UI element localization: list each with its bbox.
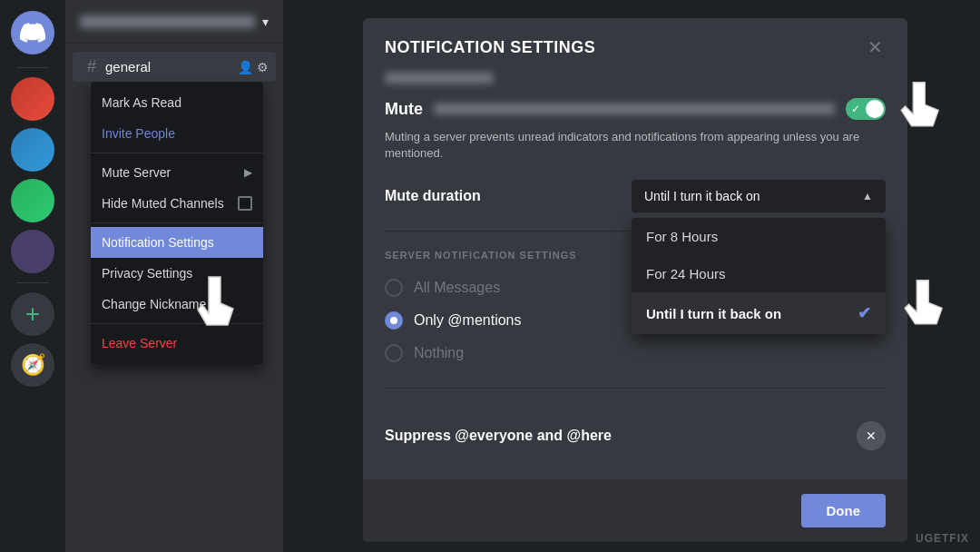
radio-mentions-label: Only @mentions bbox=[414, 312, 522, 329]
channel-item-general[interactable]: # general 👤 ⚙ bbox=[73, 52, 276, 82]
modal-body: Mute ✓ Muting a server prevents unread i… bbox=[363, 58, 907, 479]
suppress-toggle[interactable]: ✕ bbox=[857, 421, 886, 450]
ctx-invite-people[interactable]: Invite People bbox=[91, 118, 263, 149]
modal-close-button[interactable]: ✕ bbox=[864, 36, 886, 58]
modal-title: NOTIFICATION SETTINGS bbox=[385, 38, 595, 57]
svg-marker-1 bbox=[905, 281, 942, 324]
done-button[interactable]: Done bbox=[801, 494, 887, 527]
hand-cursor-1 bbox=[889, 74, 953, 138]
mute-description: Muting a server prevents unread indicato… bbox=[385, 129, 886, 162]
duration-label: Mute duration bbox=[385, 188, 481, 204]
server-name-modal-blur bbox=[385, 73, 494, 84]
ctx-mark-read[interactable]: Mark As Read bbox=[91, 87, 263, 118]
server-icon-1[interactable] bbox=[11, 77, 54, 121]
mute-toggle[interactable]: ✓ bbox=[846, 98, 886, 120]
dropdown-item-ever[interactable]: Until I turn it back on ✔ bbox=[632, 292, 886, 334]
mute-duration-row: Mute duration Until I turn it back on ▲ … bbox=[385, 180, 886, 212]
hide-muted-checkbox[interactable] bbox=[238, 196, 252, 211]
server-dropdown-icon: ▾ bbox=[262, 15, 269, 29]
discord-icon bbox=[20, 20, 45, 45]
watermark: UGETFIX bbox=[916, 532, 969, 545]
server-icon-3[interactable] bbox=[11, 179, 54, 222]
radio-nothing[interactable]: Nothing bbox=[385, 337, 886, 370]
add-server-button[interactable]: + bbox=[11, 292, 54, 336]
mute-row: Mute ✓ bbox=[385, 98, 886, 120]
ctx-arrow-icon: ▶ bbox=[244, 166, 252, 179]
hand-cursor-2 bbox=[893, 272, 956, 336]
dropdown-item-8h[interactable]: For 8 Hours bbox=[632, 218, 886, 255]
settings-icon[interactable]: ⚙ bbox=[257, 60, 269, 74]
dropdown-item-24h[interactable]: For 24 Hours bbox=[632, 255, 886, 292]
ctx-mute-server[interactable]: Mute Server ▶ bbox=[91, 157, 263, 188]
ctx-divider-2 bbox=[91, 222, 263, 223]
notification-modal: NOTIFICATION SETTINGS ✕ Mute ✓ Muting a … bbox=[363, 18, 907, 542]
channel-name: general bbox=[105, 59, 151, 74]
channel-actions: 👤 ⚙ bbox=[238, 60, 269, 74]
suppress-label: Suppress @everyone and @here bbox=[385, 428, 612, 444]
ctx-divider-1 bbox=[91, 153, 263, 153]
toggle-check-icon: ✓ bbox=[851, 103, 860, 115]
ctx-notification-settings[interactable]: Notification Settings bbox=[91, 227, 263, 258]
selected-check-icon: ✔ bbox=[858, 303, 871, 323]
add-member-icon[interactable]: 👤 bbox=[238, 60, 253, 74]
duration-dropdown-arrow: ▲ bbox=[862, 190, 873, 202]
modal-header: NOTIFICATION SETTINGS ✕ bbox=[363, 18, 907, 58]
toggle-knob bbox=[866, 100, 884, 118]
radio-nothing-circle[interactable] bbox=[385, 344, 403, 362]
explore-servers-button[interactable]: 🧭 bbox=[11, 343, 54, 387]
mute-label: Mute bbox=[385, 100, 423, 119]
svg-marker-2 bbox=[198, 277, 233, 325]
svg-marker-0 bbox=[901, 83, 938, 126]
duration-select[interactable]: Until I turn it back on ▲ For 8 Hours Fo… bbox=[632, 180, 886, 212]
server-header[interactable]: ▾ bbox=[65, 0, 283, 44]
ctx-cursor bbox=[186, 272, 240, 336]
suppress-divider bbox=[385, 388, 886, 389]
radio-nothing-label: Nothing bbox=[414, 345, 464, 361]
channel-hash-icon: # bbox=[87, 57, 96, 76]
server-name-blur bbox=[80, 15, 255, 28]
server-icon-2[interactable] bbox=[11, 128, 54, 172]
radio-all-label: All Messages bbox=[414, 280, 500, 296]
duration-dropdown: For 8 Hours For 24 Hours Until I turn it… bbox=[632, 218, 886, 334]
ctx-hide-muted[interactable]: Hide Muted Channels bbox=[91, 188, 263, 219]
mute-blur-bar bbox=[434, 104, 835, 114]
server-icon-4[interactable] bbox=[11, 230, 54, 273]
radio-mentions-circle[interactable] bbox=[385, 311, 403, 330]
radio-all-circle[interactable] bbox=[385, 279, 403, 297]
duration-selected-text: Until I turn it back on bbox=[644, 189, 862, 203]
server-sidebar: + 🧭 bbox=[0, 0, 65, 552]
discord-logo bbox=[11, 11, 54, 54]
suppress-row: Suppress @everyone and @here ✕ bbox=[385, 407, 886, 465]
modal-footer: Done bbox=[363, 479, 907, 542]
